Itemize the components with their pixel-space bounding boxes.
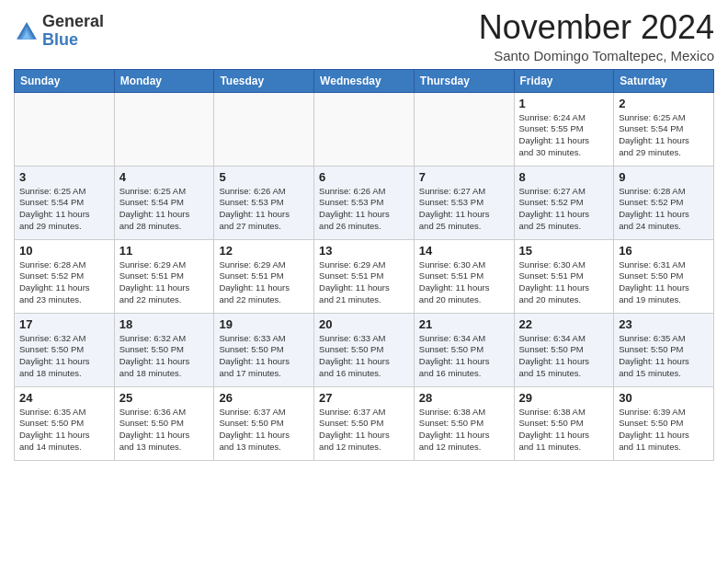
- day-number: 20: [319, 317, 409, 331]
- logo-text: General Blue: [42, 13, 104, 50]
- day-info: Sunrise: 6:29 AM Sunset: 5:51 PM Dayligh…: [119, 259, 210, 306]
- day-number: 6: [319, 170, 409, 184]
- calendar-day-cell: 19Sunrise: 6:33 AM Sunset: 5:50 PM Dayli…: [214, 313, 314, 386]
- day-info: Sunrise: 6:38 AM Sunset: 5:50 PM Dayligh…: [419, 407, 509, 454]
- day-info: Sunrise: 6:27 AM Sunset: 5:52 PM Dayligh…: [519, 186, 609, 233]
- calendar-day-cell: 30Sunrise: 6:39 AM Sunset: 5:50 PM Dayli…: [614, 386, 714, 460]
- day-info: Sunrise: 6:35 AM Sunset: 5:50 PM Dayligh…: [619, 333, 709, 380]
- calendar-week-row: 10Sunrise: 6:28 AM Sunset: 5:52 PM Dayli…: [15, 239, 714, 313]
- day-info: Sunrise: 6:28 AM Sunset: 5:52 PM Dayligh…: [619, 186, 709, 233]
- calendar-day-cell: 27Sunrise: 6:37 AM Sunset: 5:50 PM Dayli…: [314, 386, 415, 460]
- title-block: November 2024 Santo Domingo Tomaltepec, …: [479, 9, 714, 63]
- day-number: 26: [219, 391, 309, 405]
- calendar-header: SundayMondayTuesdayWednesdayThursdayFrid…: [15, 69, 714, 92]
- day-number: 15: [519, 244, 609, 258]
- calendar-day-cell: [414, 92, 514, 166]
- calendar-week-row: 24Sunrise: 6:35 AM Sunset: 5:50 PM Dayli…: [15, 386, 714, 460]
- day-number: 12: [219, 244, 309, 258]
- calendar-day-cell: [314, 92, 415, 166]
- day-number: 17: [19, 317, 109, 331]
- day-info: Sunrise: 6:25 AM Sunset: 5:54 PM Dayligh…: [119, 186, 210, 233]
- day-number: 28: [419, 391, 509, 405]
- calendar-day-cell: 23Sunrise: 6:35 AM Sunset: 5:50 PM Dayli…: [614, 313, 714, 386]
- calendar-week-row: 3Sunrise: 6:25 AM Sunset: 5:54 PM Daylig…: [15, 166, 714, 239]
- calendar-day-cell: 12Sunrise: 6:29 AM Sunset: 5:51 PM Dayli…: [214, 239, 314, 313]
- day-number: 19: [219, 317, 309, 331]
- header: General Blue November 2024 Santo Domingo…: [14, 9, 714, 63]
- location-subtitle: Santo Domingo Tomaltepec, Mexico: [479, 48, 714, 63]
- weekday-header-sunday: Sunday: [15, 69, 115, 92]
- day-number: 18: [119, 317, 210, 331]
- day-info: Sunrise: 6:28 AM Sunset: 5:52 PM Dayligh…: [19, 259, 109, 306]
- day-number: 30: [619, 391, 709, 405]
- day-number: 27: [319, 391, 409, 405]
- day-info: Sunrise: 6:29 AM Sunset: 5:51 PM Dayligh…: [319, 259, 409, 306]
- calendar-day-cell: 9Sunrise: 6:28 AM Sunset: 5:52 PM Daylig…: [614, 166, 714, 239]
- day-info: Sunrise: 6:26 AM Sunset: 5:53 PM Dayligh…: [219, 186, 309, 233]
- day-number: 11: [119, 244, 210, 258]
- calendar-day-cell: 6Sunrise: 6:26 AM Sunset: 5:53 PM Daylig…: [314, 166, 415, 239]
- calendar-day-cell: 5Sunrise: 6:26 AM Sunset: 5:53 PM Daylig…: [214, 166, 314, 239]
- calendar-day-cell: 7Sunrise: 6:27 AM Sunset: 5:53 PM Daylig…: [414, 166, 514, 239]
- calendar-day-cell: 13Sunrise: 6:29 AM Sunset: 5:51 PM Dayli…: [314, 239, 415, 313]
- day-info: Sunrise: 6:38 AM Sunset: 5:50 PM Dayligh…: [519, 407, 609, 454]
- calendar-table: SundayMondayTuesdayWednesdayThursdayFrid…: [14, 69, 714, 461]
- day-number: 23: [619, 317, 709, 331]
- weekday-header-saturday: Saturday: [614, 69, 714, 92]
- day-number: 16: [619, 244, 709, 258]
- calendar-day-cell: 28Sunrise: 6:38 AM Sunset: 5:50 PM Dayli…: [414, 386, 514, 460]
- day-info: Sunrise: 6:37 AM Sunset: 5:50 PM Dayligh…: [319, 407, 409, 454]
- calendar-week-row: 17Sunrise: 6:32 AM Sunset: 5:50 PM Dayli…: [15, 313, 714, 386]
- calendar-day-cell: 2Sunrise: 6:25 AM Sunset: 5:54 PM Daylig…: [614, 92, 714, 166]
- calendar-day-cell: [114, 92, 214, 166]
- day-number: 2: [619, 97, 709, 110]
- day-info: Sunrise: 6:30 AM Sunset: 5:51 PM Dayligh…: [419, 259, 509, 306]
- weekday-header-row: SundayMondayTuesdayWednesdayThursdayFrid…: [15, 69, 714, 92]
- day-number: 24: [19, 391, 109, 405]
- calendar-day-cell: [15, 92, 115, 166]
- day-info: Sunrise: 6:35 AM Sunset: 5:50 PM Dayligh…: [19, 407, 109, 454]
- day-number: 22: [519, 317, 609, 331]
- day-info: Sunrise: 6:32 AM Sunset: 5:50 PM Dayligh…: [19, 333, 109, 380]
- day-info: Sunrise: 6:25 AM Sunset: 5:54 PM Dayligh…: [619, 112, 709, 159]
- calendar-day-cell: 10Sunrise: 6:28 AM Sunset: 5:52 PM Dayli…: [15, 239, 115, 313]
- weekday-header-thursday: Thursday: [414, 69, 514, 92]
- calendar-day-cell: 21Sunrise: 6:34 AM Sunset: 5:50 PM Dayli…: [414, 313, 514, 386]
- calendar-day-cell: 3Sunrise: 6:25 AM Sunset: 5:54 PM Daylig…: [15, 166, 115, 239]
- weekday-header-wednesday: Wednesday: [314, 69, 415, 92]
- day-info: Sunrise: 6:33 AM Sunset: 5:50 PM Dayligh…: [319, 333, 409, 380]
- calendar-day-cell: [214, 92, 314, 166]
- calendar-day-cell: 18Sunrise: 6:32 AM Sunset: 5:50 PM Dayli…: [114, 313, 214, 386]
- calendar-day-cell: 24Sunrise: 6:35 AM Sunset: 5:50 PM Dayli…: [15, 386, 115, 460]
- logo: General Blue: [14, 13, 104, 50]
- day-info: Sunrise: 6:29 AM Sunset: 5:51 PM Dayligh…: [219, 259, 309, 306]
- day-info: Sunrise: 6:24 AM Sunset: 5:55 PM Dayligh…: [519, 112, 609, 159]
- day-info: Sunrise: 6:34 AM Sunset: 5:50 PM Dayligh…: [419, 333, 509, 380]
- calendar-day-cell: 1Sunrise: 6:24 AM Sunset: 5:55 PM Daylig…: [514, 92, 614, 166]
- calendar-week-row: 1Sunrise: 6:24 AM Sunset: 5:55 PM Daylig…: [15, 92, 714, 166]
- day-info: Sunrise: 6:25 AM Sunset: 5:54 PM Dayligh…: [19, 186, 109, 233]
- day-info: Sunrise: 6:32 AM Sunset: 5:50 PM Dayligh…: [119, 333, 210, 380]
- calendar-body: 1Sunrise: 6:24 AM Sunset: 5:55 PM Daylig…: [15, 92, 714, 460]
- day-info: Sunrise: 6:39 AM Sunset: 5:50 PM Dayligh…: [619, 407, 709, 454]
- calendar-day-cell: 25Sunrise: 6:36 AM Sunset: 5:50 PM Dayli…: [114, 386, 214, 460]
- month-title: November 2024: [479, 9, 714, 46]
- calendar-day-cell: 29Sunrise: 6:38 AM Sunset: 5:50 PM Dayli…: [514, 386, 614, 460]
- day-info: Sunrise: 6:31 AM Sunset: 5:50 PM Dayligh…: [619, 259, 709, 306]
- logo-general-text: General: [42, 13, 104, 31]
- calendar-day-cell: 22Sunrise: 6:34 AM Sunset: 5:50 PM Dayli…: [514, 313, 614, 386]
- day-number: 7: [419, 170, 509, 184]
- day-number: 14: [419, 244, 509, 258]
- weekday-header-tuesday: Tuesday: [214, 69, 314, 92]
- day-number: 9: [619, 170, 709, 184]
- logo-blue-text: Blue: [42, 31, 104, 50]
- day-number: 8: [519, 170, 609, 184]
- day-number: 1: [519, 97, 609, 110]
- calendar-day-cell: 14Sunrise: 6:30 AM Sunset: 5:51 PM Dayli…: [414, 239, 514, 313]
- calendar-day-cell: 17Sunrise: 6:32 AM Sunset: 5:50 PM Dayli…: [15, 313, 115, 386]
- logo-icon: [14, 19, 40, 45]
- calendar-day-cell: 16Sunrise: 6:31 AM Sunset: 5:50 PM Dayli…: [614, 239, 714, 313]
- calendar-day-cell: 20Sunrise: 6:33 AM Sunset: 5:50 PM Dayli…: [314, 313, 415, 386]
- weekday-header-monday: Monday: [114, 69, 214, 92]
- day-number: 29: [519, 391, 609, 405]
